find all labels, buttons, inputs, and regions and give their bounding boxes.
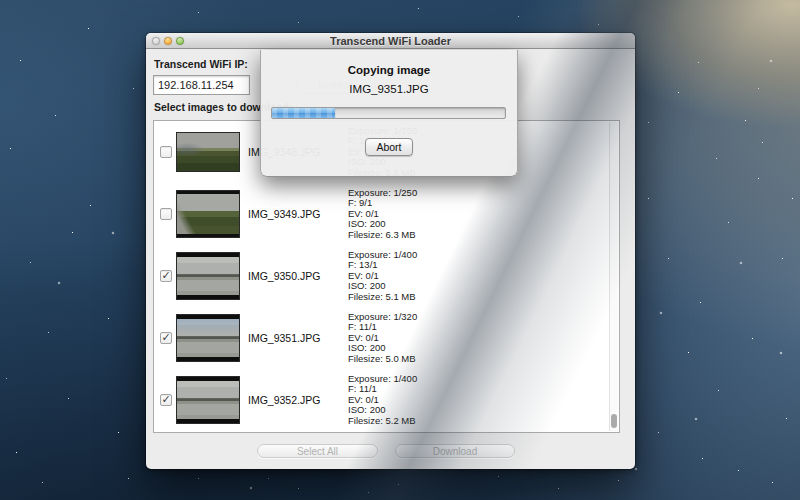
image-row: ✓ IMG_9351.JPG Exposure: 1/320 F: 11/1 E… (154, 307, 619, 369)
image-checkbox[interactable] (160, 208, 172, 220)
image-filename: IMG_9349.JPG (248, 208, 340, 220)
image-row: IMG_9349.JPG Exposure: 1/250 F: 9/1 EV: … (154, 183, 619, 245)
exif-filesize: Filesize: 5.2 MB (348, 416, 417, 427)
exif-fstop: F: 13/1 (348, 260, 417, 271)
image-exif: Exposure: 1/320 F: 11/1 EV: 0/1 ISO: 200… (348, 312, 417, 365)
desktop-wallpaper: Transcend WiFi Loader Transcend WiFi IP:… (0, 0, 800, 500)
star-field-bright (0, 0, 2, 2)
progress-fill (272, 108, 335, 118)
ip-label: Transcend WiFi IP: (154, 58, 248, 70)
exif-fstop: F: 11/1 (348, 384, 417, 395)
exif-exposure: Exposure: 1/400 (348, 250, 417, 261)
scrollbar-thumb[interactable] (611, 414, 617, 428)
check-mark: ✓ (161, 270, 170, 280)
copy-progress-sheet: Copying image IMG_9351.JPG Abort (260, 50, 518, 177)
image-thumbnail (176, 132, 240, 172)
image-row: ✓ IMG_9350.JPG Exposure: 1/400 F: 13/1 E… (154, 245, 619, 307)
image-exif: Exposure: 1/400 F: 11/1 EV: 0/1 ISO: 200… (348, 374, 417, 427)
exif-iso: ISO: 200 (348, 343, 417, 354)
image-filename: IMG_9352.JPG (248, 394, 340, 406)
download-button[interactable]: Download (395, 444, 515, 458)
exif-ev: EV: 0/1 (348, 333, 417, 344)
exif-iso: ISO: 200 (348, 219, 417, 230)
sheet-filename: IMG_9351.JPG (261, 83, 517, 95)
exif-filesize: Filesize: 5.1 MB (348, 292, 417, 303)
exif-fstop: F: 9/1 (348, 198, 417, 209)
abort-button[interactable]: Abort (365, 138, 413, 156)
image-checkbox[interactable]: ✓ (160, 270, 172, 282)
image-exif: Exposure: 1/250 F: 9/1 EV: 0/1 ISO: 200 … (348, 188, 417, 241)
exif-exposure: Exposure: 1/400 (348, 374, 417, 385)
image-checkbox[interactable]: ✓ (160, 394, 172, 406)
exif-filesize: Filesize: 5.0 MB (348, 354, 417, 365)
exif-filesize: Filesize: 6.3 MB (348, 230, 417, 241)
image-checkbox[interactable] (160, 146, 172, 158)
ip-input[interactable] (153, 75, 250, 95)
exif-fstop: F: 11/1 (348, 322, 417, 333)
star-field (0, 0, 1, 1)
progress-bar (271, 107, 506, 119)
image-filename: IMG_9351.JPG (248, 332, 340, 344)
traffic-lights (152, 37, 184, 45)
image-thumbnail (176, 252, 240, 300)
image-exif: Exposure: 1/400 F: 13/1 EV: 0/1 ISO: 200… (348, 250, 417, 303)
image-row: ✓ IMG_9352.JPG Exposure: 1/400 F: 11/1 E… (154, 369, 619, 431)
check-mark: ✓ (161, 332, 170, 342)
sheet-title: Copying image (261, 64, 517, 76)
close-button[interactable] (152, 37, 160, 45)
image-checkbox[interactable]: ✓ (160, 332, 172, 344)
select-all-button[interactable]: Select All (257, 444, 378, 458)
exif-ev: EV: 0/1 (348, 395, 417, 406)
window-title: Transcend WiFi Loader (146, 35, 635, 47)
exif-exposure: Exposure: 1/320 (348, 312, 417, 323)
app-window: Transcend WiFi Loader Transcend WiFi IP:… (146, 33, 635, 469)
exif-exposure: Exposure: 1/250 (348, 188, 417, 199)
check-mark: ✓ (161, 394, 170, 404)
exif-iso: ISO: 200 (348, 405, 417, 416)
image-thumbnail (176, 190, 240, 238)
image-thumbnail (176, 314, 240, 362)
window-titlebar[interactable]: Transcend WiFi Loader (146, 33, 635, 49)
image-thumbnail (176, 376, 240, 424)
exif-ev: EV: 0/1 (348, 209, 417, 220)
zoom-button[interactable] (176, 37, 184, 45)
image-filename: IMG_9350.JPG (248, 270, 340, 282)
minimize-button[interactable] (164, 37, 172, 45)
exif-ev: EV: 0/1 (348, 271, 417, 282)
exif-iso: ISO: 200 (348, 281, 417, 292)
scrollbar-track[interactable] (609, 122, 618, 431)
